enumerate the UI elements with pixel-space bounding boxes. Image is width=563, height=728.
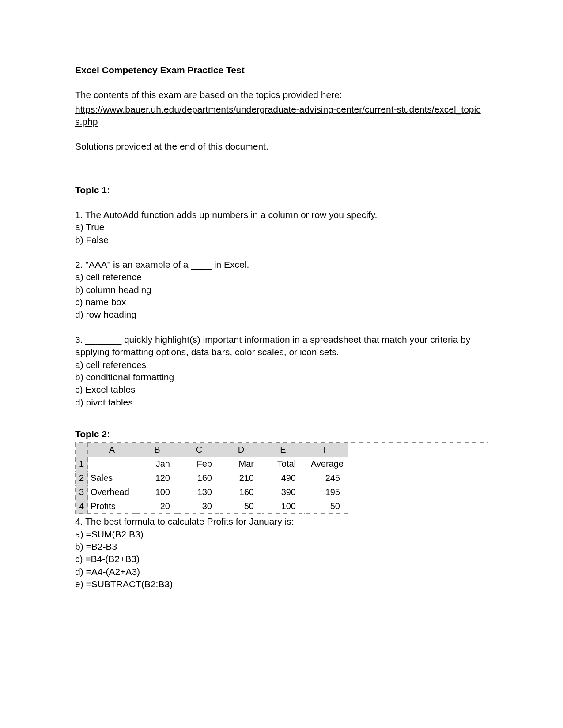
row-number: 1 bbox=[76, 457, 88, 471]
row-number: 2 bbox=[76, 471, 88, 485]
cell: Jan bbox=[136, 457, 178, 471]
topic-1-heading: Topic 1: bbox=[75, 184, 488, 196]
cell: 390 bbox=[262, 485, 304, 499]
cell bbox=[88, 457, 136, 471]
topics-link[interactable]: https://www.bauer.uh.edu/departments/und… bbox=[75, 104, 481, 127]
option-d: d) pivot tables bbox=[75, 396, 488, 409]
cell: Overhead bbox=[88, 485, 136, 499]
option-b: b) =B2-B3 bbox=[75, 540, 488, 553]
question-text: 3. _______ quickly highlight(s) importan… bbox=[75, 334, 488, 359]
cell: Total bbox=[262, 457, 304, 471]
option-c: c) Excel tables bbox=[75, 383, 488, 396]
excel-table: A B C D E F 1 Jan Feb Mar Total Average … bbox=[75, 443, 488, 514]
question-text: 4. The best formula to calculate Profits… bbox=[75, 515, 488, 528]
cell: 195 bbox=[304, 485, 348, 499]
cell: 160 bbox=[178, 471, 220, 485]
cell: 160 bbox=[220, 485, 262, 499]
solutions-note: Solutions provided at the end of this do… bbox=[75, 140, 488, 153]
question-2: 2. "AAA" is an example of a ____ in Exce… bbox=[75, 259, 488, 321]
col-header: F bbox=[304, 443, 348, 457]
document-title: Excel Competency Exam Practice Test bbox=[75, 64, 488, 76]
option-a: a) =SUM(B2:B3) bbox=[75, 528, 488, 540]
question-text: 2. "AAA" is an example of a ____ in Exce… bbox=[75, 259, 488, 271]
cell: Mar bbox=[220, 457, 262, 471]
col-header: D bbox=[220, 443, 262, 457]
cell: Sales bbox=[88, 471, 136, 485]
cell: 30 bbox=[178, 499, 220, 514]
header-corner bbox=[76, 443, 88, 457]
cell: 50 bbox=[220, 499, 262, 514]
cell: Feb bbox=[178, 457, 220, 471]
option-d: d) row heading bbox=[75, 308, 488, 321]
cell: 20 bbox=[136, 499, 178, 514]
cell: Profits bbox=[88, 499, 136, 514]
cell: 100 bbox=[136, 485, 178, 499]
option-a: a) True bbox=[75, 221, 488, 233]
question-4: 4. The best formula to calculate Profits… bbox=[75, 515, 488, 590]
col-header: A bbox=[88, 443, 136, 457]
option-d: d) =A4-(A2+A3) bbox=[75, 566, 488, 578]
row-number: 4 bbox=[76, 499, 88, 514]
cell: 130 bbox=[178, 485, 220, 499]
cell: 210 bbox=[220, 471, 262, 485]
option-c: c) name box bbox=[75, 296, 488, 308]
intro-text: The contents of this exam are based on t… bbox=[75, 89, 488, 101]
option-b: b) False bbox=[75, 234, 488, 246]
col-header: B bbox=[136, 443, 178, 457]
option-c: c) =B4-(B2+B3) bbox=[75, 553, 488, 565]
topic-2-heading: Topic 2: bbox=[75, 428, 488, 443]
option-a: a) cell reference bbox=[75, 271, 488, 283]
cell: 50 bbox=[304, 499, 348, 514]
option-b: b) conditional formatting bbox=[75, 371, 488, 383]
table-row: 4 Profits 20 30 50 100 50 bbox=[76, 499, 348, 514]
col-header: C bbox=[178, 443, 220, 457]
cell: 100 bbox=[262, 499, 304, 514]
cell: 120 bbox=[136, 471, 178, 485]
option-a: a) cell references bbox=[75, 359, 488, 371]
cell: 490 bbox=[262, 471, 304, 485]
option-e: e) =SUBTRACT(B2:B3) bbox=[75, 578, 488, 590]
option-b: b) column heading bbox=[75, 284, 488, 296]
cell: 245 bbox=[304, 471, 348, 485]
cell: Average bbox=[304, 457, 348, 471]
col-header: E bbox=[262, 443, 304, 457]
question-1: 1. The AutoAdd function adds up numbers … bbox=[75, 209, 488, 246]
question-text: 1. The AutoAdd function adds up numbers … bbox=[75, 209, 488, 221]
table-row: 2 Sales 120 160 210 490 245 bbox=[76, 471, 348, 485]
table-row: 1 Jan Feb Mar Total Average bbox=[76, 457, 348, 471]
question-3: 3. _______ quickly highlight(s) importan… bbox=[75, 334, 488, 409]
row-number: 3 bbox=[76, 485, 88, 499]
table-row: 3 Overhead 100 130 160 390 195 bbox=[76, 485, 348, 499]
